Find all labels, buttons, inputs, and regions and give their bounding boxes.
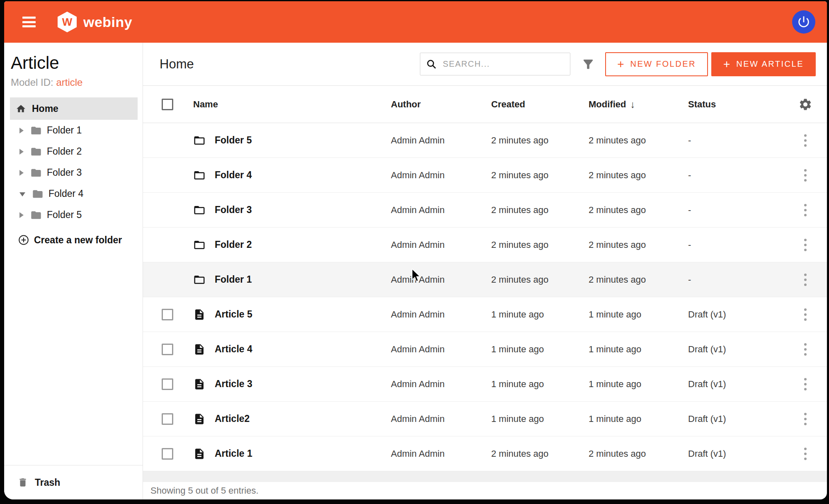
row-actions-button[interactable] — [802, 201, 809, 219]
kebab-menu-icon — [802, 167, 809, 184]
sidebar-item-folder-4[interactable]: Folder 4 — [4, 183, 143, 204]
row-checkbox[interactable] — [162, 309, 173, 320]
kebab-menu-icon — [802, 236, 809, 254]
sidebar-item-folder-2[interactable]: Folder 2 — [4, 141, 143, 162]
table-row-article-7[interactable]: Article 4Admin Admin1 minute ago1 minute… — [143, 332, 827, 367]
folder-icon — [193, 169, 206, 182]
kebab-menu-icon — [802, 306, 809, 323]
row-modified: 1 minute ago — [589, 309, 688, 320]
row-name: Article2 — [215, 413, 250, 424]
column-header-name[interactable]: Name — [173, 99, 391, 110]
kebab-menu-icon — [802, 410, 809, 428]
kebab-menu-icon — [802, 132, 809, 149]
gear-icon — [798, 97, 812, 111]
row-checkbox[interactable] — [162, 448, 173, 460]
row-name: Folder 2 — [215, 239, 252, 250]
new-folder-button[interactable]: + NEW FOLDER — [605, 52, 708, 76]
sidebar-item-home[interactable]: Home — [10, 97, 138, 120]
document-icon — [193, 378, 206, 390]
row-actions-button[interactable] — [802, 445, 809, 463]
chevron-down-icon[interactable] — [19, 192, 25, 196]
sidebar-item-folder-1[interactable]: Folder 1 — [4, 120, 143, 141]
kebab-menu-icon — [802, 201, 809, 219]
plus-icon: + — [723, 58, 730, 71]
column-header-status[interactable]: Status — [688, 99, 792, 110]
sidebar-item-folder-3[interactable]: Folder 3 — [4, 162, 143, 183]
row-author: Admin Admin — [391, 448, 491, 459]
table-row-folder-4[interactable]: Folder 2Admin Admin2 minutes ago2 minute… — [143, 228, 827, 262]
row-actions-button[interactable] — [802, 376, 809, 393]
column-header-author[interactable]: Author — [391, 99, 491, 110]
row-created: 1 minute ago — [491, 379, 589, 390]
chevron-right-icon[interactable] — [19, 128, 24, 133]
row-actions-button[interactable] — [802, 167, 809, 184]
row-modified: 2 minutes ago — [589, 170, 688, 181]
row-checkbox[interactable] — [162, 378, 173, 390]
row-author: Admin Admin — [391, 274, 491, 285]
row-checkbox[interactable] — [162, 344, 173, 355]
user-avatar[interactable] — [792, 10, 815, 34]
row-actions-button[interactable] — [802, 306, 809, 323]
row-checkbox[interactable] — [162, 413, 173, 425]
table-row-article-9[interactable]: Article2Admin Admin1 minute ago1 minute … — [143, 402, 827, 436]
table-row-folder-2[interactable]: Folder 4Admin Admin2 minutes ago2 minute… — [143, 158, 827, 193]
column-header-modified[interactable]: Modified ↓ — [589, 99, 688, 110]
model-id-label: Model ID: — [11, 77, 53, 88]
screen: W webiny Article Model ID: article — [0, 0, 829, 504]
sidebar-item-label: Folder 2 — [47, 146, 82, 157]
folder-icon — [30, 146, 42, 158]
table-row-folder-1[interactable]: Folder 5Admin Admin2 minutes ago2 minute… — [143, 123, 827, 158]
kebab-menu-icon — [802, 271, 809, 288]
new-article-button[interactable]: + NEW ARTICLE — [711, 52, 816, 76]
row-created: 1 minute ago — [491, 344, 589, 355]
trash-button[interactable]: Trash — [4, 465, 143, 499]
sidebar-item-label: Folder 5 — [47, 209, 82, 220]
sidebar-item-folder-5[interactable]: Folder 5 — [4, 204, 143, 225]
row-actions-button[interactable] — [802, 410, 809, 428]
footer-strip — [143, 471, 827, 482]
column-header-created[interactable]: Created — [491, 99, 589, 110]
table-row-article-6[interactable]: Article 5Admin Admin1 minute ago1 minute… — [143, 297, 827, 332]
sidebar: Article Model ID: article Home Folder — [4, 43, 143, 499]
table-row-folder-5[interactable]: Folder 1Admin Admin2 minutes ago2 minute… — [143, 262, 827, 297]
row-created: 2 minutes ago — [491, 448, 589, 459]
model-title: Article — [11, 53, 136, 73]
row-created: 2 minutes ago — [491, 135, 589, 146]
chevron-right-icon[interactable] — [19, 170, 24, 176]
chevron-right-icon[interactable] — [19, 149, 24, 155]
row-actions-button[interactable] — [802, 271, 809, 288]
table-row-article-8[interactable]: Article 3Admin Admin1 minute ago1 minute… — [143, 367, 827, 402]
row-name: Article 5 — [215, 309, 252, 320]
table-row-folder-3[interactable]: Folder 3Admin Admin2 minutes ago2 minute… — [143, 193, 827, 228]
trash-label: Trash — [35, 477, 60, 488]
row-actions-button[interactable] — [802, 236, 809, 254]
folder-icon — [32, 188, 44, 200]
row-actions-button[interactable] — [802, 341, 809, 358]
main-content: Home + NEW FOLDER + NEW A — [143, 43, 827, 499]
webiny-hexagon-icon: W — [58, 12, 77, 32]
row-modified: 2 minutes ago — [589, 240, 688, 250]
row-status: - — [688, 170, 792, 181]
row-actions-button[interactable] — [802, 132, 809, 149]
hamburger-menu-icon[interactable] — [22, 17, 36, 27]
table-header: Name Author Created Modified ↓ Status — [143, 86, 827, 123]
select-all-checkbox[interactable] — [162, 99, 173, 110]
row-created: 1 minute ago — [491, 309, 589, 320]
row-status: Draft (v1) — [688, 379, 792, 390]
search-input[interactable] — [443, 59, 564, 69]
entries-summary: Showing 5 out of 5 entries. — [150, 485, 259, 496]
row-status: - — [688, 274, 792, 285]
filter-button[interactable] — [581, 57, 595, 71]
chevron-right-icon[interactable] — [19, 212, 24, 218]
home-icon — [16, 104, 26, 114]
create-folder-button[interactable]: Create a new folder — [4, 231, 143, 249]
table-row-article-10[interactable]: Article 1Admin Admin2 minutes ago2 minut… — [143, 436, 827, 471]
table-settings-button[interactable] — [798, 97, 812, 111]
model-id-value: article — [56, 77, 82, 88]
sort-descending-icon[interactable]: ↓ — [630, 99, 635, 110]
row-name: Article 3 — [215, 378, 252, 390]
plus-circle-icon — [18, 235, 29, 245]
app-bar: W webiny — [4, 1, 827, 43]
kebab-menu-icon — [802, 445, 809, 463]
row-name: Folder 3 — [215, 204, 252, 216]
